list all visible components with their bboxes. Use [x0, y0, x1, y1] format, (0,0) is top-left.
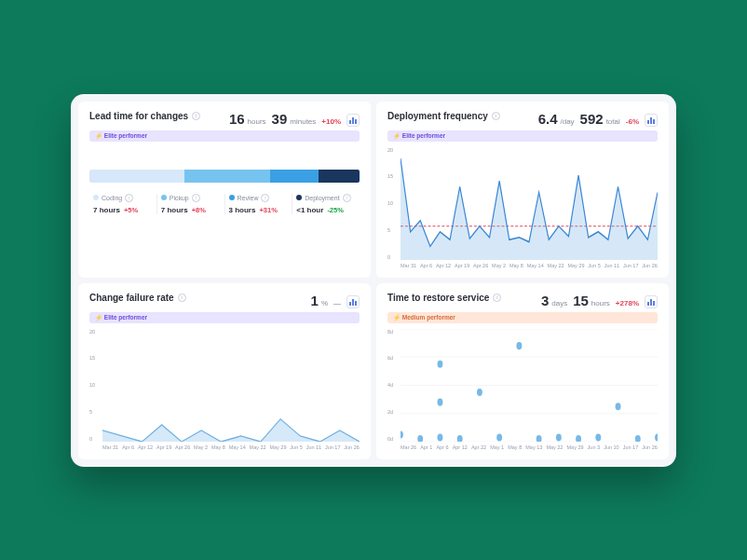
lead-time-title: Lead time for changes i — [89, 111, 200, 121]
info-icon[interactable]: i — [178, 294, 186, 302]
scatter-point — [576, 434, 581, 441]
scatter-point — [516, 342, 522, 349]
restore-chart — [401, 329, 658, 442]
scatter-point — [655, 433, 658, 441]
chart-toggle-icon[interactable] — [346, 295, 360, 308]
scatter-point — [457, 434, 463, 441]
deploy-x-axis: Mar 31Apr 6Apr 12Apr 19Apr 26May 2May 8M… — [401, 263, 658, 268]
info-icon[interactable]: i — [493, 294, 501, 302]
chart-toggle-icon[interactable] — [645, 114, 658, 127]
info-icon[interactable]: i — [343, 194, 351, 202]
restore-change: +278% — [616, 299, 639, 307]
failure-change: — — [333, 299, 341, 307]
failure-pct: 1 — [311, 293, 319, 308]
deploy-total: 592 — [580, 111, 604, 127]
deploy-change: -6% — [626, 117, 639, 126]
lead-time-change: +10% — [321, 117, 341, 126]
deploy-chart — [401, 147, 658, 260]
dora-dashboard: Lead time for changes i 16 hours 39 minu… — [71, 94, 676, 467]
stage-deployment: Deployment i<1 hour-25% — [292, 194, 360, 214]
stage-segment — [89, 170, 184, 183]
info-icon[interactable]: i — [125, 194, 133, 202]
lead-time-minutes: 39 — [272, 111, 288, 127]
deploy-freq-title: Deployment frequency i — [387, 111, 500, 121]
lead-time-stages: Coding i7 hours+5%Pickup i7 hours+8%Revi… — [89, 194, 360, 214]
scatter-point — [536, 434, 542, 441]
lead-time-stacked-bar — [89, 170, 360, 183]
scatter-point — [438, 398, 443, 405]
stage-review: Review i3 hours+31% — [225, 194, 293, 214]
performer-badge: ⚡ Elite performer — [387, 130, 658, 142]
failure-y-axis: 20151050 — [89, 329, 95, 442]
scatter-point — [556, 433, 562, 441]
stage-coding: Coding i7 hours+5% — [89, 194, 157, 214]
scatter-point — [616, 403, 621, 410]
failure-chart — [102, 329, 360, 442]
restore-title: Time to restore service i — [387, 293, 501, 303]
info-icon[interactable]: i — [192, 194, 200, 202]
card-restore-time: Time to restore service i 3 days 15 hour… — [376, 283, 669, 459]
performer-badge: ⚡ Medium performer — [387, 312, 658, 323]
stage-segment — [270, 170, 319, 183]
scatter-point — [401, 430, 403, 438]
restore-days: 3 — [541, 293, 549, 308]
scatter-point — [417, 434, 423, 441]
deploy-per-day: 6.4 — [538, 111, 558, 127]
info-icon[interactable]: i — [192, 112, 200, 120]
restore-hours: 15 — [573, 293, 589, 308]
info-icon[interactable]: i — [261, 194, 269, 202]
scatter-point — [635, 434, 641, 441]
card-change-failure: Change failure rate i 1 % — ⚡ Elite perf… — [78, 283, 371, 459]
chart-toggle-icon[interactable] — [645, 295, 658, 308]
restore-x-axis: Mar 26Apr 1Apr 6Apr 12Apr 22May 1May 8Ma… — [401, 444, 658, 450]
lead-time-hours: 16 — [229, 111, 245, 127]
scatter-point — [438, 360, 443, 367]
deploy-y-axis: 20151050 — [387, 147, 393, 260]
chart-toggle-icon[interactable] — [346, 114, 360, 127]
info-icon[interactable]: i — [492, 112, 500, 120]
scatter-point — [595, 433, 601, 441]
stage-segment — [184, 170, 271, 183]
card-lead-time: Lead time for changes i 16 hours 39 minu… — [78, 102, 371, 278]
restore-y-axis: 8d6d4d2d0d — [387, 329, 393, 442]
scatter-point — [438, 433, 443, 441]
card-deploy-freq: Deployment frequency i 6.4 /day 592 tota… — [376, 102, 669, 278]
stage-pickup: Pickup i7 hours+8% — [157, 194, 225, 214]
scatter-point — [496, 433, 502, 441]
failure-x-axis: Mar 31Apr 6Apr 12Apr 19Apr 26May 2May 8M… — [102, 444, 360, 450]
scatter-point — [477, 389, 482, 396]
performer-badge: ⚡ Elite performer — [89, 130, 360, 142]
stage-segment — [319, 170, 360, 183]
performer-badge: ⚡ Elite performer — [89, 312, 360, 323]
change-failure-title: Change failure rate i — [89, 293, 186, 303]
